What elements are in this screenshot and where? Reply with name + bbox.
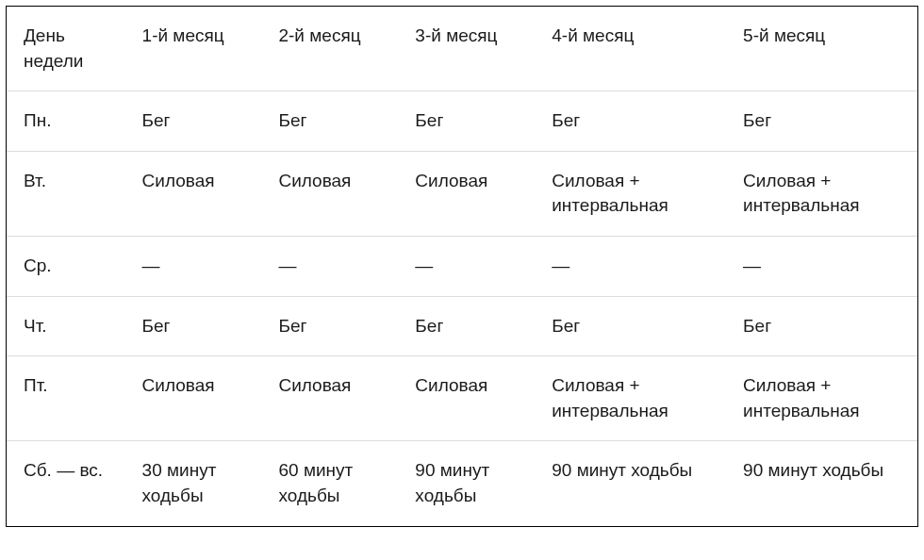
cell-day: Пн. — [7, 91, 125, 152]
cell-value: Бег — [726, 296, 917, 356]
cell-value: Бег — [261, 296, 398, 356]
cell-value: Бег — [125, 91, 262, 152]
cell-value: 30 минут ходьбы — [125, 441, 262, 526]
cell-day: Сб. — вс. — [7, 441, 125, 526]
cell-day: Ср. — [7, 236, 125, 296]
cell-value: Бег — [535, 91, 726, 152]
training-schedule-table-wrapper: День недели 1-й месяц 2-й месяц 3-й меся… — [6, 6, 918, 527]
cell-value: 90 минут ходьбы — [535, 441, 726, 526]
header-month-3: 3-й месяц — [398, 7, 535, 91]
cell-value: Силовая — [125, 356, 262, 441]
cell-value: Силовая — [261, 356, 398, 441]
table-header-row: День недели 1-й месяц 2-й месяц 3-й меся… — [7, 7, 917, 91]
cell-value: Силовая — [125, 151, 262, 236]
cell-value: Бег — [125, 296, 262, 356]
cell-value: — — [261, 236, 398, 296]
table-row: Чт. Бег Бег Бег Бег Бег — [7, 296, 917, 356]
cell-value: Силовая — [398, 356, 535, 441]
header-day-of-week: День недели — [7, 7, 125, 91]
training-schedule-table: День недели 1-й месяц 2-й месяц 3-й меся… — [7, 7, 917, 526]
cell-day: Чт. — [7, 296, 125, 356]
cell-value: Силовая + интервальная — [535, 151, 726, 236]
cell-value: — — [398, 236, 535, 296]
cell-value: Силовая — [398, 151, 535, 236]
table-row: Ср. — — — — — — [7, 236, 917, 296]
table-row: Пт. Силовая Силовая Силовая Силовая + ин… — [7, 356, 917, 441]
table-row: Вт. Силовая Силовая Силовая Силовая + ин… — [7, 151, 917, 236]
cell-value: — — [726, 236, 917, 296]
cell-value: Силовая + интервальная — [726, 356, 917, 441]
cell-value: Силовая + интервальная — [726, 151, 917, 236]
header-month-1: 1-й месяц — [125, 7, 262, 91]
cell-value: — — [125, 236, 262, 296]
cell-value: 60 минут ходьбы — [261, 441, 398, 526]
cell-value: Бег — [398, 296, 535, 356]
cell-value: Бег — [398, 91, 535, 152]
cell-value: — — [535, 236, 726, 296]
cell-day: Вт. — [7, 151, 125, 236]
cell-day: Пт. — [7, 356, 125, 441]
header-month-2: 2-й месяц — [261, 7, 398, 91]
cell-value: Бег — [535, 296, 726, 356]
table-row: Сб. — вс. 30 минут ходьбы 60 минут ходьб… — [7, 441, 917, 526]
cell-value: 90 минут ходьбы — [398, 441, 535, 526]
cell-value: Бег — [261, 91, 398, 152]
cell-value: 90 минут ходьбы — [726, 441, 917, 526]
table-row: Пн. Бег Бег Бег Бег Бег — [7, 91, 917, 152]
cell-value: Силовая + интервальная — [535, 356, 726, 441]
cell-value: Бег — [726, 91, 917, 152]
cell-value: Силовая — [261, 151, 398, 236]
header-month-4: 4-й месяц — [535, 7, 726, 91]
header-month-5: 5-й месяц — [726, 7, 917, 91]
